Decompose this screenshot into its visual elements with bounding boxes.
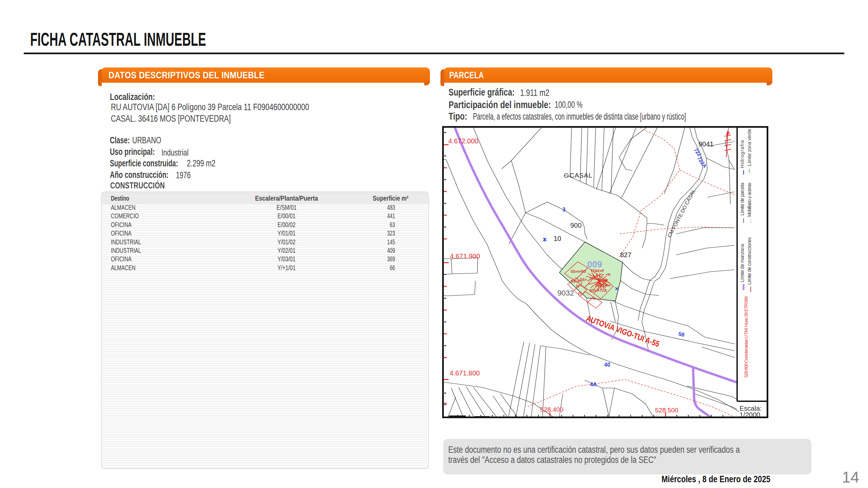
- svg-text:4.671.800: 4.671.800: [450, 369, 480, 377]
- svg-text:IV: IV: [576, 284, 580, 288]
- svg-text:Límite de parcela: Límite de parcela: [739, 183, 745, 216]
- svg-text:L: L: [593, 296, 596, 300]
- svg-text:Límite de construcciones: Límite de construcciones: [747, 237, 752, 285]
- svg-text:TZA0+P: TZA0+P: [590, 269, 604, 273]
- svg-text:+H: +H: [606, 272, 610, 277]
- svg-text:009: 009: [587, 259, 602, 269]
- svg-text:Límite de manzana: Límite de manzana: [739, 244, 745, 282]
- svg-text:900: 900: [570, 222, 581, 229]
- svg-text:3: 3: [563, 207, 566, 212]
- svg-text:Límite zona verde: Límite zona verde: [747, 129, 752, 166]
- svg-text:58: 58: [678, 331, 685, 338]
- svg-text:10: 10: [554, 235, 561, 242]
- svg-text:40: 40: [604, 362, 610, 368]
- svg-text:4.671.900: 4.671.900: [450, 252, 480, 260]
- svg-text:Mobiliario y aceras: Mobiliario y aceras: [747, 183, 752, 217]
- svg-text:SS+P: SS+P: [571, 279, 580, 283]
- svg-text:SS+I+TZA: SS+I+TZA: [590, 288, 607, 292]
- svg-text:SS+I+PO: SS+I+PO: [571, 269, 586, 273]
- svg-text:528.500: 528.500: [655, 407, 678, 414]
- svg-text:AUTOVíA VIGO-TUI A-55: AUTOVíA VIGO-TUI A-55: [585, 313, 660, 348]
- svg-text:SS+: SS+: [580, 278, 587, 282]
- svg-text:Hidrografía: Hidrografía: [739, 140, 745, 168]
- svg-text:IV: IV: [578, 291, 582, 296]
- svg-text:528.400: 528.400: [540, 406, 564, 413]
- svg-text:4.672.000: 4.672.000: [448, 137, 478, 145]
- svg-text:CM.FONTE DO CASAL: CM.FONTE DO CASAL: [666, 188, 696, 239]
- svg-text:+H: +H: [603, 278, 607, 282]
- svg-text:528 600 Coordenadas U.T.M. Hus: 528 600 Coordenadas U.T.M. Huso 29 ETRS8…: [744, 296, 749, 378]
- svg-text:9041: 9041: [698, 140, 714, 148]
- svg-text:9032: 9032: [557, 289, 574, 297]
- svg-text:827: 827: [620, 251, 631, 259]
- svg-text:WITZA+I: WITZA+I: [596, 283, 610, 287]
- svg-text:CASAL: CASAL: [570, 172, 592, 179]
- svg-text:4A: 4A: [590, 382, 597, 387]
